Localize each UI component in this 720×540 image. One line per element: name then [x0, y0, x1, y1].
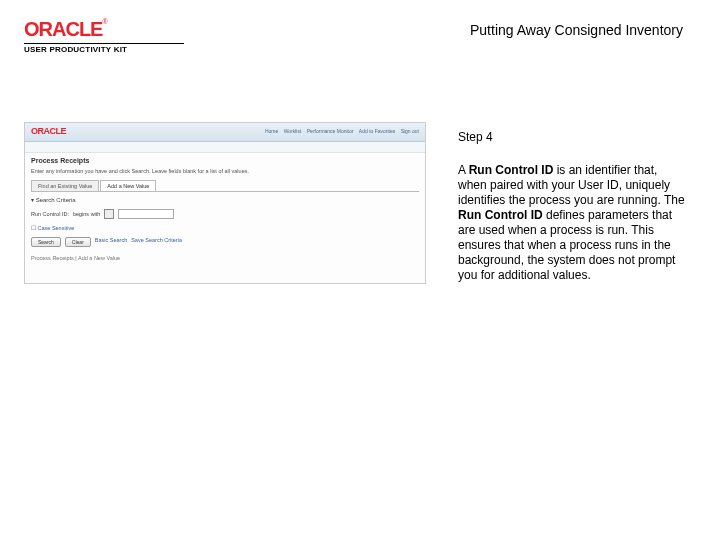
text-column: Step 4 A Run Control ID is an identifier…	[458, 130, 688, 283]
brand-text: ORACLE	[24, 18, 102, 40]
body-1d: Run Control ID	[458, 208, 543, 222]
logo-subline: USER PRODUCTIVITY KIT	[24, 43, 184, 54]
embedded-screenshot: ORACLE Home Worklist Performance Monitor…	[24, 122, 426, 284]
body-1b: Run Control ID	[469, 163, 554, 177]
clear-button[interactable]: Clear	[65, 237, 91, 247]
basic-search-link[interactable]: Basic Search	[95, 237, 127, 247]
body-paragraph: A Run Control ID is an identifier that, …	[458, 163, 688, 283]
tab-strip: Find an Existing Value Add a New Value	[31, 180, 419, 192]
nav-perf[interactable]: Performance Monitor	[307, 128, 354, 134]
run-control-label: Run Control ID:	[31, 211, 69, 217]
run-control-field: Run Control ID: begins with	[31, 209, 419, 219]
save-search-link[interactable]: Save Search Criteria	[131, 237, 182, 247]
trademark: ®	[102, 18, 106, 25]
tab-find-existing[interactable]: Find an Existing Value	[31, 180, 99, 191]
search-button[interactable]: Search	[31, 237, 61, 247]
body-1a: A	[458, 163, 469, 177]
app-nav: Home Worklist Performance Monitor Add to…	[261, 128, 419, 134]
operator-dropdown-icon[interactable]	[104, 209, 114, 219]
step-label: Step 4	[458, 130, 688, 145]
button-row: Search Clear Basic Search Save Search Cr…	[31, 237, 419, 247]
nav-signout[interactable]: Sign out	[401, 128, 419, 134]
nav-home[interactable]: Home	[265, 128, 278, 134]
slide-title: Putting Away Consigned Inventory	[470, 22, 683, 38]
app-subbar	[25, 142, 425, 153]
nav-worklist[interactable]: Worklist	[284, 128, 302, 134]
run-control-input[interactable]	[118, 209, 174, 219]
app-logo: ORACLE	[31, 126, 66, 136]
search-criteria-section: ▾ Search Criteria	[31, 196, 419, 203]
app-topbar: ORACLE Home Worklist Performance Monitor…	[25, 123, 425, 142]
app-footer: Process Receipts | Add a New Value	[31, 255, 419, 261]
operator-text: begins with	[73, 211, 101, 217]
logo-area: ORACLE® USER PRODUCTIVITY KIT	[24, 18, 184, 54]
nav-fav[interactable]: Add to Favorites	[359, 128, 395, 134]
slide: ORACLE® USER PRODUCTIVITY KIT Putting Aw…	[0, 0, 720, 540]
page-instruction: Enter any information you have and click…	[31, 168, 419, 174]
tab-add-new[interactable]: Add a New Value	[100, 180, 156, 191]
page-heading: Process Receipts	[31, 157, 419, 164]
app-body: Process Receipts Enter any information y…	[25, 153, 425, 265]
oracle-logo: ORACLE®	[24, 18, 184, 41]
